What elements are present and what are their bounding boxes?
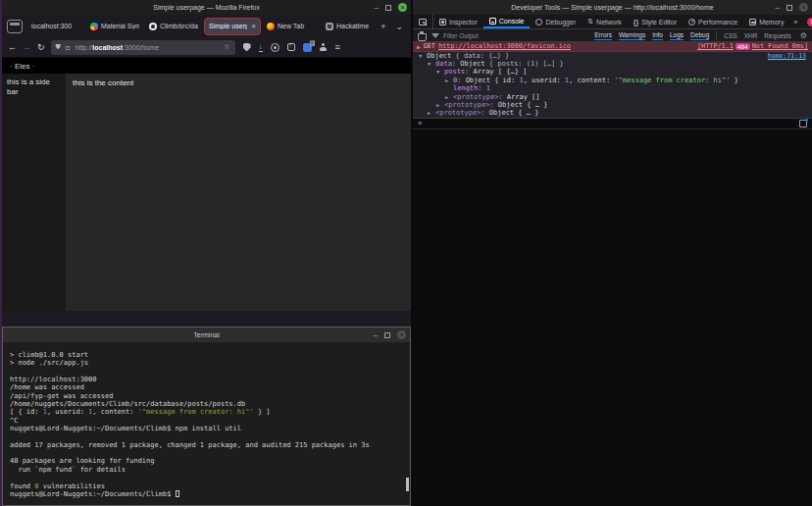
error-count-badge[interactable]: 1 xyxy=(807,18,812,26)
request-url-link[interactable]: http://localhost:3000/favicon.ico xyxy=(438,42,571,50)
profile-icon[interactable] xyxy=(320,43,328,51)
caret-expanded-icon[interactable]: ▼ xyxy=(436,69,444,75)
console-tree-row[interactable]: ▶<prototype>: Object { … } xyxy=(413,101,812,109)
status-code-badge: 404 xyxy=(736,43,750,50)
share-extension-icon[interactable] xyxy=(287,43,295,51)
reload-button[interactable]: ↻ xyxy=(37,42,45,52)
filter-requests-button[interactable]: Requests xyxy=(764,32,790,39)
adblock-shield-icon[interactable] xyxy=(243,43,251,52)
devtools-tab-debugger[interactable]: Debugger xyxy=(530,15,582,28)
console-settings-gear-icon[interactable]: ⚙ xyxy=(800,31,807,40)
console-tree-row[interactable]: ▼Object { data: {…} }home:71:13 xyxy=(413,52,812,60)
downloads-icon[interactable]: ↓ xyxy=(259,43,263,52)
devtools-tabs: InspectorConsoleDebugger⇅Network{}Style … xyxy=(433,15,789,28)
devtools-tab-network[interactable]: ⇅Network xyxy=(582,15,628,28)
clear-console-icon[interactable] xyxy=(418,31,425,39)
terminal-scrollbar-thumb[interactable] xyxy=(406,478,409,491)
console-tree-row[interactable]: ▼data: Object { posts: (1) […] } xyxy=(413,60,812,68)
nav-toolbar-icons: ↓ 0 ≡ xyxy=(243,42,340,52)
filter-funnel-icon xyxy=(431,33,439,38)
url-text[interactable]: http://localhost:3000/home xyxy=(76,44,220,51)
filter-logs-button[interactable]: Logs xyxy=(670,31,684,40)
minimize-button[interactable]: – xyxy=(776,3,780,12)
url-bar[interactable]: ⛊ 🗅 http://localhost:3000/home ☆ xyxy=(51,40,235,55)
extension-icon[interactable]: 0 xyxy=(303,43,312,52)
site-shield-icon[interactable]: ⛊ xyxy=(56,43,61,51)
caret-collapsed-icon[interactable]: ▶ xyxy=(445,77,453,83)
tab-overflow-button[interactable]: ⌄ xyxy=(390,22,408,31)
filter-warnings-button[interactable]: Warnings xyxy=(619,31,645,40)
tab-label: localhost:300 xyxy=(31,23,80,29)
devtools-tab-style-editor[interactable]: {}Style Editor xyxy=(628,15,683,28)
memory-icon xyxy=(749,19,756,25)
browser-tab[interactable]: Climb/src/dat xyxy=(145,18,202,35)
filter-css-button[interactable]: CSS xyxy=(724,32,736,39)
close-button[interactable]: × xyxy=(398,3,407,12)
devtools-tab-performance[interactable]: Performance xyxy=(683,15,743,28)
browser-tab[interactable]: localhost:300 xyxy=(27,18,84,35)
filter-xhr-button[interactable]: XHR xyxy=(744,32,758,39)
bookmark-star-icon[interactable]: ☆ xyxy=(224,43,229,51)
close-button[interactable]: × xyxy=(799,3,808,12)
console-tree-row[interactable]: ▶0: Object { id: 1, userid: 1, content: … xyxy=(413,76,812,84)
caret-collapsed-icon[interactable]: ▶ xyxy=(417,43,421,50)
minimize-button[interactable]: – xyxy=(374,330,378,339)
firefox-tab-bar: localhost:300Material SymbClimb/src/datS… xyxy=(2,15,411,37)
maximize-button[interactable] xyxy=(787,5,792,11)
pick-element-button[interactable] xyxy=(413,15,433,28)
devtools-window-title: Developer Tools — Simple userpage — http… xyxy=(413,0,812,15)
account-circle-icon[interactable] xyxy=(271,43,279,52)
page-info-icon[interactable]: 🗅 xyxy=(65,44,72,51)
filter-errors-button[interactable]: Errors xyxy=(594,31,612,40)
firefox-view-icon[interactable] xyxy=(7,20,23,33)
devtools-toolbar-right: 1 ⋯ xyxy=(801,15,812,28)
source-location-link[interactable]: home:71:13 xyxy=(768,52,812,60)
tab-label: Material Symb xyxy=(101,23,139,29)
split-console-icon[interactable] xyxy=(799,120,807,127)
firefox-window-title: Simple userpage — Mozilla Firefox xyxy=(2,0,411,15)
caret-collapsed-icon[interactable]: ▶ xyxy=(436,102,444,108)
maximize-button[interactable] xyxy=(384,332,390,338)
filter-info-button[interactable]: Info xyxy=(652,31,663,40)
browser-tab[interactable]: New Tab xyxy=(263,18,320,35)
filter-output-input[interactable]: Filter Output xyxy=(443,32,594,39)
browser-tab[interactable]: Material Symb xyxy=(86,18,143,35)
minimize-button[interactable]: – xyxy=(375,3,379,12)
caret-expanded-icon[interactable]: ▼ xyxy=(419,53,427,59)
terminal-line: > climb@1.0.0 start xyxy=(10,351,403,359)
browser-tab[interactable]: Hackatime xyxy=(322,18,376,35)
console-prompt: » xyxy=(418,119,422,128)
terminal-window-title: Terminal xyxy=(3,328,410,342)
terminal-line xyxy=(10,368,403,376)
console-log-tree: ▼Object { data: {…} }home:71:13▼data: Ob… xyxy=(413,52,812,119)
maximize-button[interactable] xyxy=(385,5,391,11)
console-tree-row[interactable]: ▶<prototype>: Object { … } xyxy=(413,109,812,117)
more-tabs-button[interactable]: » xyxy=(789,15,801,28)
close-button[interactable]: × xyxy=(397,330,406,339)
terminal-line: /home/nuggets/Documents/Climb/src/databa… xyxy=(10,400,403,408)
filter-debug-button[interactable]: Debug xyxy=(690,31,709,40)
caret-collapsed-icon[interactable]: ▶ xyxy=(428,110,435,116)
firefox-nav-bar: ← → ↻ ⛊ 🗅 http://localhost:3000/home ☆ ↓… xyxy=(2,37,411,58)
console-error-row[interactable]: ▶ GET http://localhost:3000/favicon.ico … xyxy=(413,42,812,52)
console-tree-row[interactable]: ▼posts: Array [ {…} ] xyxy=(413,68,812,76)
desktop: Simple userpage — Mozilla Firefox – × lo… xyxy=(0,0,812,506)
forward-button[interactable]: → xyxy=(23,42,31,52)
devtools-tab-memory[interactable]: Memory xyxy=(743,15,789,28)
devtools-tab-console[interactable]: Console xyxy=(483,15,531,28)
caret-expanded-icon[interactable]: ▼ xyxy=(428,61,435,67)
back-button[interactable]: ← xyxy=(8,42,17,52)
console-input-row[interactable]: » xyxy=(413,119,812,129)
new-tab-button[interactable]: + xyxy=(376,22,390,31)
browser-tab[interactable]: Simple userpa× xyxy=(204,18,261,35)
tab-close-icon[interactable]: × xyxy=(250,22,256,30)
filter-separator xyxy=(716,31,717,40)
hamburger-menu-icon[interactable]: ≡ xyxy=(335,42,340,52)
tab-label: Climb/src/dat xyxy=(160,23,198,29)
caret-collapsed-icon[interactable]: ▶ xyxy=(445,94,453,100)
devtools-tab-inspector[interactable]: Inspector xyxy=(433,15,483,28)
page-body: this is a side bar this is the content xyxy=(2,74,411,311)
console-tree-row[interactable]: ▶<prototype>: Array [] xyxy=(413,92,812,100)
console-tree-row[interactable]: length: 1 xyxy=(413,84,812,92)
tab-label: Hackatime xyxy=(336,23,375,29)
